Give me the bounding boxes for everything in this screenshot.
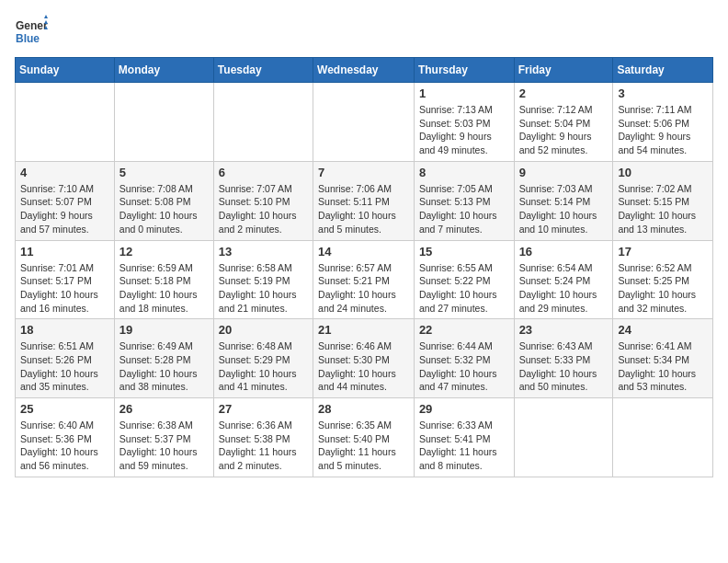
calendar-day-cell: 26Sunrise: 6:38 AMSunset: 5:37 PMDayligh… xyxy=(114,398,213,477)
weekday-header-friday: Friday xyxy=(514,58,613,83)
day-info: Sunrise: 6:59 AMSunset: 5:18 PMDaylight:… xyxy=(119,261,209,316)
calendar-day-cell: 25Sunrise: 6:40 AMSunset: 5:36 PMDayligh… xyxy=(16,398,115,477)
day-number: 8 xyxy=(419,166,509,179)
day-number: 19 xyxy=(119,323,209,337)
day-info: Sunrise: 6:33 AMSunset: 5:41 PMDaylight:… xyxy=(419,419,509,473)
day-info: Sunrise: 7:11 AMSunset: 5:06 PMDaylight:… xyxy=(618,103,708,157)
calendar-day-cell xyxy=(114,83,213,162)
calendar-day-cell: 18Sunrise: 6:51 AMSunset: 5:26 PMDayligh… xyxy=(16,319,115,398)
day-info: Sunrise: 6:52 AMSunset: 5:25 PMDaylight:… xyxy=(618,261,708,316)
calendar-day-cell: 28Sunrise: 6:35 AMSunset: 5:40 PMDayligh… xyxy=(313,398,415,477)
day-info: Sunrise: 6:36 AMSunset: 5:38 PMDaylight:… xyxy=(219,419,308,473)
svg-marker-2 xyxy=(44,15,48,18)
day-info: Sunrise: 6:44 AMSunset: 5:32 PMDaylight:… xyxy=(419,339,509,394)
day-number: 12 xyxy=(119,245,209,259)
day-info: Sunrise: 7:08 AMSunset: 5:08 PMDaylight:… xyxy=(119,182,209,236)
calendar-day-cell: 21Sunrise: 6:46 AMSunset: 5:30 PMDayligh… xyxy=(313,319,415,398)
day-info: Sunrise: 7:10 AMSunset: 5:07 PMDaylight:… xyxy=(20,182,109,236)
day-info: Sunrise: 6:46 AMSunset: 5:30 PMDaylight:… xyxy=(318,339,409,394)
calendar-day-cell xyxy=(514,398,613,477)
day-number: 15 xyxy=(419,245,509,259)
weekday-header-tuesday: Tuesday xyxy=(213,58,313,83)
day-number: 5 xyxy=(119,166,209,179)
day-info: Sunrise: 6:48 AMSunset: 5:29 PMDaylight:… xyxy=(219,339,308,394)
day-number: 4 xyxy=(20,166,109,179)
calendar-day-cell: 13Sunrise: 6:58 AMSunset: 5:19 PMDayligh… xyxy=(213,240,313,319)
day-info: Sunrise: 6:57 AMSunset: 5:21 PMDaylight:… xyxy=(318,261,409,316)
day-number: 2 xyxy=(519,86,609,100)
calendar-day-cell: 4Sunrise: 7:10 AMSunset: 5:07 PMDaylight… xyxy=(16,161,115,240)
calendar-day-cell xyxy=(16,83,115,162)
day-info: Sunrise: 6:58 AMSunset: 5:19 PMDaylight:… xyxy=(219,261,308,316)
calendar-day-cell: 27Sunrise: 6:36 AMSunset: 5:38 PMDayligh… xyxy=(213,398,313,477)
calendar-day-cell: 6Sunrise: 7:07 AMSunset: 5:10 PMDaylight… xyxy=(213,161,313,240)
day-info: Sunrise: 7:07 AMSunset: 5:10 PMDaylight:… xyxy=(219,182,308,236)
calendar-week-row: 25Sunrise: 6:40 AMSunset: 5:36 PMDayligh… xyxy=(16,398,713,477)
calendar-day-cell: 7Sunrise: 7:06 AMSunset: 5:11 PMDaylight… xyxy=(313,161,415,240)
day-info: Sunrise: 7:02 AMSunset: 5:15 PMDaylight:… xyxy=(618,182,708,236)
day-info: Sunrise: 6:49 AMSunset: 5:28 PMDaylight:… xyxy=(119,339,209,394)
day-number: 3 xyxy=(618,86,708,100)
day-number: 21 xyxy=(318,323,409,337)
day-info: Sunrise: 7:12 AMSunset: 5:04 PMDaylight:… xyxy=(519,103,609,157)
calendar-day-cell: 16Sunrise: 6:54 AMSunset: 5:24 PMDayligh… xyxy=(514,240,613,319)
day-info: Sunrise: 6:38 AMSunset: 5:37 PMDaylight:… xyxy=(119,419,209,473)
calendar-day-cell: 12Sunrise: 6:59 AMSunset: 5:18 PMDayligh… xyxy=(114,240,213,319)
day-number: 1 xyxy=(419,86,509,100)
day-info: Sunrise: 7:03 AMSunset: 5:14 PMDaylight:… xyxy=(519,182,609,236)
weekday-header-sunday: Sunday xyxy=(16,58,115,83)
calendar-day-cell: 1Sunrise: 7:13 AMSunset: 5:03 PMDaylight… xyxy=(414,83,514,162)
weekday-header-row: SundayMondayTuesdayWednesdayThursdayFrid… xyxy=(16,58,713,83)
day-number: 7 xyxy=(318,166,409,179)
page-header: General Blue xyxy=(15,15,713,48)
calendar-day-cell: 23Sunrise: 6:43 AMSunset: 5:33 PMDayligh… xyxy=(514,319,613,398)
svg-text:General: General xyxy=(16,19,48,32)
day-number: 27 xyxy=(219,402,308,416)
calendar-table: SundayMondayTuesdayWednesdayThursdayFrid… xyxy=(15,57,713,477)
calendar-day-cell xyxy=(313,83,415,162)
day-number: 24 xyxy=(618,323,708,337)
calendar-day-cell: 24Sunrise: 6:41 AMSunset: 5:34 PMDayligh… xyxy=(613,319,713,398)
day-number: 22 xyxy=(419,323,509,337)
day-number: 16 xyxy=(519,245,609,259)
svg-text:Blue: Blue xyxy=(16,32,40,45)
day-number: 18 xyxy=(20,323,109,337)
calendar-day-cell xyxy=(213,83,313,162)
logo: General Blue xyxy=(15,15,48,48)
day-info: Sunrise: 6:35 AMSunset: 5:40 PMDaylight:… xyxy=(318,419,409,473)
day-number: 11 xyxy=(20,245,109,259)
day-info: Sunrise: 6:55 AMSunset: 5:22 PMDaylight:… xyxy=(419,261,509,316)
calendar-day-cell: 15Sunrise: 6:55 AMSunset: 5:22 PMDayligh… xyxy=(414,240,514,319)
day-info: Sunrise: 6:41 AMSunset: 5:34 PMDaylight:… xyxy=(618,339,708,394)
day-number: 26 xyxy=(119,402,209,416)
day-info: Sunrise: 6:51 AMSunset: 5:26 PMDaylight:… xyxy=(20,339,109,394)
calendar-week-row: 11Sunrise: 7:01 AMSunset: 5:17 PMDayligh… xyxy=(16,240,713,319)
day-number: 14 xyxy=(318,245,409,259)
calendar-day-cell: 9Sunrise: 7:03 AMSunset: 5:14 PMDaylight… xyxy=(514,161,613,240)
day-number: 25 xyxy=(20,402,109,416)
day-info: Sunrise: 6:43 AMSunset: 5:33 PMDaylight:… xyxy=(519,339,609,394)
calendar-day-cell: 8Sunrise: 7:05 AMSunset: 5:13 PMDaylight… xyxy=(414,161,514,240)
day-info: Sunrise: 7:06 AMSunset: 5:11 PMDaylight:… xyxy=(318,182,409,236)
day-number: 6 xyxy=(219,166,308,179)
calendar-day-cell: 11Sunrise: 7:01 AMSunset: 5:17 PMDayligh… xyxy=(16,240,115,319)
weekday-header-monday: Monday xyxy=(114,58,213,83)
day-number: 17 xyxy=(618,245,708,259)
day-number: 20 xyxy=(219,323,308,337)
day-number: 28 xyxy=(318,402,409,416)
calendar-day-cell: 5Sunrise: 7:08 AMSunset: 5:08 PMDaylight… xyxy=(114,161,213,240)
logo-svg: General Blue xyxy=(15,15,48,48)
day-number: 13 xyxy=(219,245,308,259)
calendar-day-cell: 14Sunrise: 6:57 AMSunset: 5:21 PMDayligh… xyxy=(313,240,415,319)
calendar-week-row: 4Sunrise: 7:10 AMSunset: 5:07 PMDaylight… xyxy=(16,161,713,240)
calendar-day-cell: 17Sunrise: 6:52 AMSunset: 5:25 PMDayligh… xyxy=(613,240,713,319)
calendar-day-cell: 29Sunrise: 6:33 AMSunset: 5:41 PMDayligh… xyxy=(414,398,514,477)
calendar-day-cell xyxy=(613,398,713,477)
day-info: Sunrise: 6:40 AMSunset: 5:36 PMDaylight:… xyxy=(20,419,109,473)
weekday-header-saturday: Saturday xyxy=(613,58,713,83)
day-info: Sunrise: 6:54 AMSunset: 5:24 PMDaylight:… xyxy=(519,261,609,316)
day-number: 23 xyxy=(519,323,609,337)
day-info: Sunrise: 7:13 AMSunset: 5:03 PMDaylight:… xyxy=(419,103,509,157)
day-info: Sunrise: 7:01 AMSunset: 5:17 PMDaylight:… xyxy=(20,261,109,316)
day-info: Sunrise: 7:05 AMSunset: 5:13 PMDaylight:… xyxy=(419,182,509,236)
